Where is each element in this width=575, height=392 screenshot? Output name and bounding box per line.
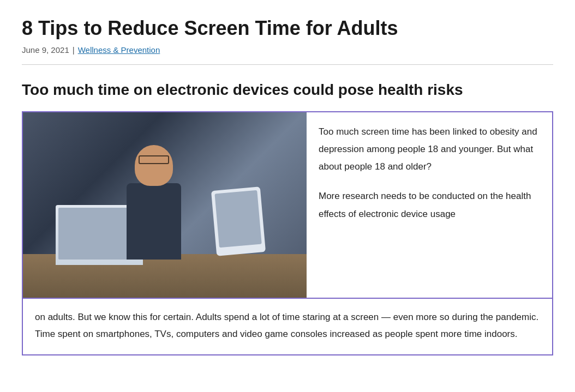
- top-row: Too much screen time has been linked to …: [22, 111, 553, 299]
- article-image-container: [22, 111, 306, 299]
- right-text-box: Too much screen time has been linked to …: [306, 111, 553, 299]
- bottom-text-box: on adults. But we know this for certain.…: [22, 299, 553, 356]
- article-date: June 9, 2021: [22, 45, 69, 55]
- tablet-element: [211, 186, 266, 256]
- section-divider: [22, 64, 553, 65]
- right-paragraph-1: Too much screen time has been linked to …: [319, 123, 540, 176]
- image-background: [23, 112, 307, 298]
- person-element: [121, 150, 187, 260]
- tablet-screen: [214, 190, 261, 247]
- section-subtitle: Too much time on electronic devices coul…: [22, 80, 553, 100]
- article-meta: June 9, 2021 | Wellness & Prevention: [22, 45, 553, 55]
- meta-separator: |: [73, 45, 75, 55]
- right-paragraph-2: More research needs to be conducted on t…: [319, 188, 540, 223]
- person-glasses: [139, 155, 169, 164]
- category-link[interactable]: Wellness & Prevention: [78, 45, 160, 55]
- person-body: [127, 183, 181, 260]
- article-image: [23, 112, 307, 298]
- content-wrapper: Too much screen time has been linked to …: [22, 111, 553, 356]
- person-head: [135, 145, 173, 186]
- article-title: 8 Tips to Reduce Screen Time for Adults: [22, 16, 553, 40]
- bottom-text: on adults. But we know this for certain.…: [35, 312, 538, 339]
